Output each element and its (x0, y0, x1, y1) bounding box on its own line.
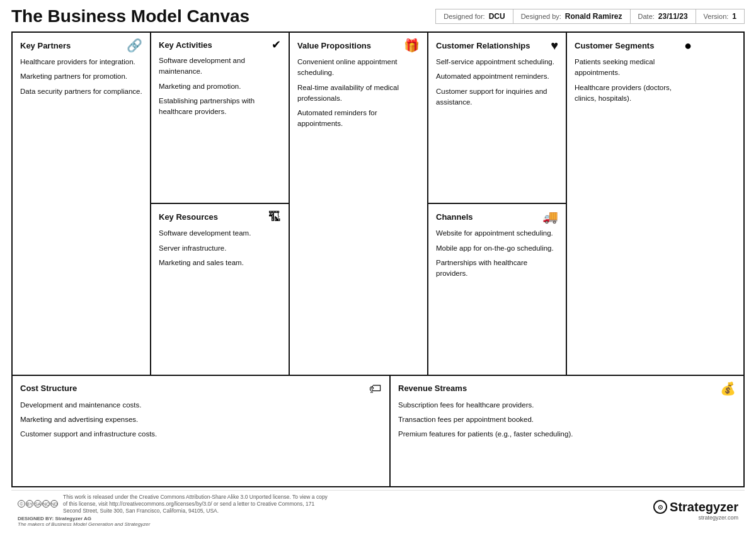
value-props-icon: 🎁 (404, 39, 420, 52)
logo-url: strategyzer.com (653, 514, 738, 521)
cost-icon: 🏷 (369, 382, 382, 395)
footer-makers: The makers of Business Model Generation … (18, 521, 150, 527)
canvas-main-row: Key Partners 🔗 Healthcare providers for … (13, 33, 743, 376)
cust-seg-icon: ● (684, 39, 692, 52)
cost-title: Cost Structure (20, 383, 77, 393)
cust-rel-icon: ♥ (551, 39, 558, 52)
designed-by-block: Designed by: Ronald Ramirez (513, 9, 631, 23)
value-props-item-3: Automated reminders for appointments. (297, 108, 420, 130)
cc-nd-icon: ND (50, 500, 58, 508)
key-resources-item-3: Marketing and sales team. (159, 258, 281, 268)
designed-for-block: Designed for: DCU (436, 9, 513, 23)
revenue-item-3: Premium features for patients (e.g., fas… (398, 429, 736, 440)
header: The Business Model Canvas Designed for: … (11, 6, 745, 26)
key-partners-content: Healthcare providers for integration. Ma… (20, 57, 142, 97)
key-resources-item-1: Software development team. (159, 228, 281, 239)
footer: © BY SA NC ND This work is released unde… (11, 490, 745, 530)
logo-icon: ⊙ (653, 500, 667, 514)
key-activities-header: Key Activities ✔ (159, 39, 281, 50)
customer-relationships-cell: Customer Relationships ♥ Self-service ap… (428, 33, 566, 204)
cost-structure-cell: Cost Structure 🏷 Development and mainten… (13, 376, 391, 486)
cust-rel-content: Self-service appointment scheduling. Aut… (436, 57, 558, 108)
key-resources-cell: Key Resources 🏗 Software development tea… (151, 204, 289, 374)
footer-left: © BY SA NC ND This work is released unde… (18, 494, 328, 527)
key-activities-item-1: Software development and maintenance. (159, 55, 281, 77)
cost-item-1: Development and maintenance costs. (20, 400, 382, 411)
customer-segments-cell: Customer Segments ● Patients seeking med… (567, 33, 699, 375)
designed-for-label: Designed for: (444, 13, 484, 20)
channels-title: Channels (436, 212, 473, 222)
channels-icon: 🚚 (542, 210, 558, 223)
page: The Business Model Canvas Designed for: … (0, 0, 756, 534)
channels-item-3: Partnerships with healthcare providers. (436, 258, 558, 280)
footer-cc-text: This work is released under the Creative… (63, 494, 328, 514)
key-resources-content: Software development team. Server infras… (159, 228, 281, 268)
revenue-item-1: Subscription fees for healthcare provide… (398, 400, 736, 411)
cc-icons: © BY SA NC ND (18, 500, 58, 508)
revenue-title: Revenue Streams (398, 383, 467, 393)
canvas-bottom-row: Cost Structure 🏷 Development and mainten… (13, 376, 743, 486)
footer-logo: ⊙ Strategyzer strategyzer.com (653, 500, 738, 521)
key-partners-title: Key Partners (20, 41, 71, 50)
key-partners-header: Key Partners 🔗 (20, 39, 142, 52)
key-activities-content: Software development and maintenance. Ma… (159, 55, 281, 117)
page-title: The Business Model Canvas (11, 6, 249, 26)
revenue-item-2: Transaction fees per appointment booked. (398, 414, 736, 425)
cc-sa-icon: SA (34, 500, 42, 508)
version-block: Version: 1 (696, 9, 744, 23)
value-props-content: Convenient online appointment scheduling… (297, 57, 420, 130)
designed-for-value: DCU (489, 12, 505, 21)
version-label: Version: (704, 13, 729, 20)
channels-cell: Channels 🚚 Website for appointment sched… (428, 204, 566, 374)
key-activities-title: Key Activities (159, 40, 212, 50)
date-block: Date: 23/11/23 (631, 9, 696, 23)
key-partners-item-3: Data security partners for compliance. (20, 86, 142, 97)
value-propositions-cell: Value Propositions 🎁 Convenient online a… (290, 33, 428, 375)
key-activities-cell: Key Activities ✔ Software development an… (151, 33, 289, 204)
key-partners-item-2: Marketing partners for promotion. (20, 71, 142, 82)
canvas: Key Partners 🔗 Healthcare providers for … (11, 31, 745, 487)
key-resources-item-2: Server infrastructure. (159, 243, 281, 254)
cost-item-2: Marketing and advertising expenses. (20, 414, 382, 425)
value-props-item-1: Convenient online appointment scheduling… (297, 57, 420, 79)
cost-content: Development and maintenance costs. Marke… (20, 400, 382, 440)
revenue-streams-cell: Revenue Streams 💰 Subscription fees for … (391, 376, 743, 486)
cust-rel-item-3: Customer support for inquiries and assis… (436, 86, 558, 108)
footer-designed-by: DESIGNED BY: Strategyzer AG The makers o… (18, 516, 328, 527)
key-resources-header: Key Resources 🏗 (159, 210, 281, 223)
cc-icon: © (18, 500, 25, 508)
cust-seg-header: Customer Segments ● (575, 39, 692, 52)
revenue-icon: 💰 (720, 382, 736, 395)
cust-seg-item-2: Healthcare providers (doctors, clinics, … (575, 82, 692, 105)
version-value: 1 (732, 12, 736, 21)
key-activities-item-3: Establishing partnerships with healthcar… (159, 96, 281, 118)
cust-rel-item-2: Automated appointment reminders. (436, 71, 558, 82)
channels-item-2: Mobile app for on-the-go scheduling. (436, 243, 558, 254)
cc-nc-icon: NC (42, 500, 50, 508)
cust-rel-item-1: Self-service appointment scheduling. (436, 57, 558, 67)
key-resources-icon: 🏗 (268, 210, 281, 223)
middle-column: Key Activities ✔ Software development an… (151, 33, 290, 375)
value-props-item-2: Real-time availability of medical profes… (297, 82, 420, 105)
revenue-header: Revenue Streams 💰 (398, 382, 736, 395)
cost-item-3: Customer support and infrastructure cost… (20, 429, 382, 440)
revenue-content: Subscription fees for healthcare provide… (398, 400, 736, 440)
logo-brand: ⊙ Strategyzer (653, 500, 738, 514)
footer-designed-label: DESIGNED BY: Strategyzer AG (18, 516, 91, 521)
logo-name: Strategyzer (670, 500, 738, 514)
designed-by-value: Ronald Ramirez (565, 12, 622, 21)
key-partners-cell: Key Partners 🔗 Healthcare providers for … (13, 33, 151, 375)
channels-item-1: Website for appointment scheduling. (436, 228, 558, 239)
cc-by-icon: BY (26, 500, 33, 508)
value-props-title: Value Propositions (297, 41, 371, 50)
key-activities-icon: ✔ (272, 39, 281, 50)
key-partners-item-1: Healthcare providers for integration. (20, 57, 142, 67)
cust-seg-content: Patients seeking medical appointments. H… (575, 57, 692, 104)
cust-seg-title: Customer Segments (575, 41, 654, 50)
channels-content: Website for appointment scheduling. Mobi… (436, 228, 558, 279)
footer-cc: © BY SA NC ND This work is released unde… (18, 494, 328, 514)
cust-rel-title: Customer Relationships (436, 41, 530, 50)
date-label: Date: (638, 13, 655, 20)
right-column: Customer Relationships ♥ Self-service ap… (428, 33, 567, 375)
channels-header: Channels 🚚 (436, 210, 558, 223)
